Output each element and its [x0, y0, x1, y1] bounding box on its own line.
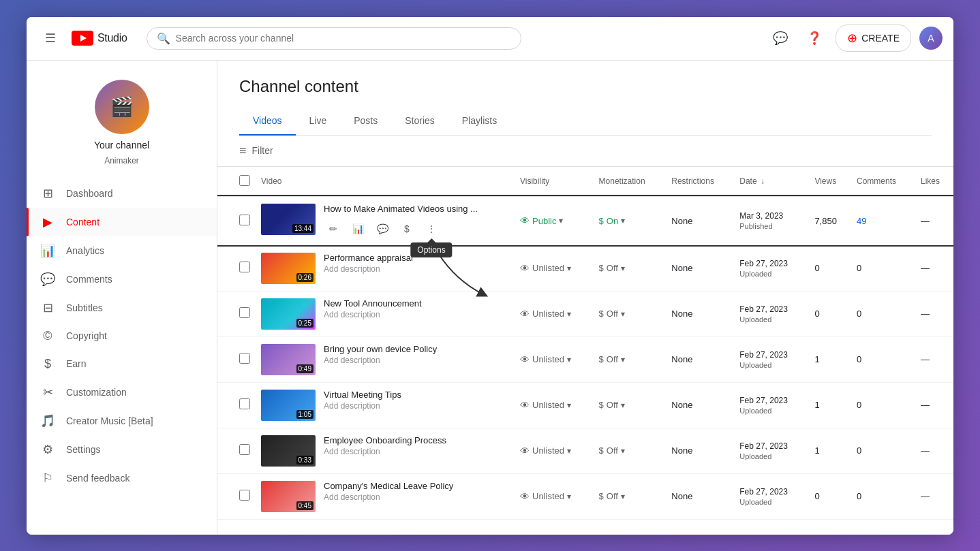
row-checkbox[interactable] — [239, 215, 250, 225]
visibility-label: Unlisted — [532, 354, 564, 364]
monetization-badge[interactable]: $ Off ▾ — [599, 263, 661, 273]
views-cell: 7,850 — [809, 196, 851, 245]
date-status: Uploaded — [739, 407, 803, 415]
visibility-badge[interactable]: 👁 Unlisted ▾ — [520, 309, 588, 319]
visibility-badge[interactable]: 👁 Unlisted ▾ — [520, 445, 588, 456]
video-thumbnail[interactable]: 0:33 — [261, 435, 316, 467]
menu-toggle-button[interactable]: ☰ — [37, 25, 63, 51]
likes-cell: — — [915, 382, 953, 428]
video-duration: 0:25 — [296, 319, 313, 328]
sidebar-item-content[interactable]: ▶ Content — [27, 208, 217, 236]
visibility-column-header: Visibility — [515, 167, 594, 197]
analytics-button[interactable]: 📊 — [348, 219, 367, 238]
date-value: Mar 3, 2023 — [739, 211, 803, 221]
restrictions-value: None — [671, 491, 692, 501]
sidebar-item-earn[interactable]: $ Earn — [27, 350, 217, 378]
channel-avatar[interactable]: 🎬 — [95, 80, 149, 134]
visibility-badge[interactable]: 👁 Unlisted ▾ — [520, 263, 588, 274]
row-checkbox[interactable] — [239, 398, 250, 409]
channel-sub-name: Animaker — [104, 156, 139, 166]
sidebar-item-copyright[interactable]: © Copyright — [27, 322, 217, 350]
visibility-badge[interactable]: 👁 Unlisted ▾ — [520, 354, 588, 365]
search-input[interactable] — [176, 33, 511, 44]
avatar[interactable]: A — [919, 27, 943, 50]
views-cell: 1 — [809, 428, 851, 473]
content-icon: ▶ — [40, 215, 55, 230]
video-thumbnail[interactable]: 0:45 — [261, 481, 316, 512]
restrictions-cell: None — [666, 382, 734, 428]
sidebar-item-comments[interactable]: 💬 Comments — [27, 265, 217, 294]
sidebar-item-label: Copyright — [66, 330, 107, 341]
likes-value: — — [921, 445, 930, 456]
sidebar-item-feedback[interactable]: ⚐ Send feedback — [27, 464, 217, 492]
video-thumbnail[interactable]: 0:26 — [261, 253, 316, 284]
date-cell: Feb 27, 2023 Uploaded — [734, 291, 809, 336]
comments-button[interactable]: 💬 — [373, 219, 392, 238]
visibility-badge[interactable]: 👁 Public ▾ — [520, 215, 588, 226]
monetization-cell: $ Off ▾ — [594, 428, 667, 473]
tab-posts[interactable]: Posts — [340, 107, 391, 136]
date-info: Feb 27, 2023 Uploaded — [739, 396, 803, 415]
video-duration: 1:05 — [296, 410, 313, 419]
sidebar-item-subtitles[interactable]: ⊟ Subtitles — [27, 294, 217, 322]
video-info: Virtual Meeting Tips Add description — [324, 390, 401, 411]
row-checkbox[interactable] — [239, 353, 250, 364]
row-checkbox[interactable] — [239, 444, 250, 455]
monetization-dropdown-icon: ▾ — [621, 309, 625, 319]
restrictions-cell: None — [666, 291, 734, 336]
feedback-icon-button[interactable]: 💬 — [767, 25, 793, 51]
monetization-dollar-icon: $ — [599, 309, 604, 319]
comments-cell: 0 — [851, 382, 915, 428]
select-all-checkbox[interactable] — [239, 175, 250, 186]
visibility-icon: 👁 — [520, 215, 530, 226]
edit-button[interactable]: ✏ — [324, 219, 343, 238]
tab-live[interactable]: Live — [296, 107, 341, 136]
monetization-dropdown-icon: ▾ — [621, 446, 625, 456]
video-thumbnail[interactable]: 0:49 — [261, 344, 316, 375]
video-thumbnail[interactable]: 1:05 — [261, 390, 316, 421]
video-thumbnail[interactable]: 13:44 — [261, 204, 316, 235]
create-label: CREATE — [861, 33, 900, 44]
video-description: Add description — [324, 310, 422, 319]
monetization-badge[interactable]: $ Off ▾ — [599, 400, 661, 410]
video-thumbnail[interactable]: 0:25 — [261, 298, 316, 330]
monetization-badge[interactable]: $ Off ▾ — [599, 445, 661, 456]
row-checkbox[interactable] — [239, 262, 250, 272]
date-column-header[interactable]: Date ↓ — [734, 167, 809, 197]
create-button[interactable]: ⊕ CREATE — [836, 25, 911, 52]
sidebar-item-settings[interactable]: ⚙ Settings — [27, 435, 217, 464]
sidebar-item-dashboard[interactable]: ⊞ Dashboard — [27, 179, 217, 208]
content-tabs: Videos Live Posts Stories Playlists — [239, 107, 932, 136]
sidebar-item-analytics[interactable]: 📊 Analytics — [27, 236, 217, 265]
visibility-icon: 👁 — [520, 491, 530, 502]
visibility-dropdown-icon: ▾ — [567, 492, 571, 501]
options-button[interactable]: ⋮ — [422, 219, 441, 238]
row-checkbox[interactable] — [239, 307, 250, 318]
row-checkbox[interactable] — [239, 490, 250, 501]
tab-stories[interactable]: Stories — [391, 107, 448, 136]
search-bar[interactable]: 🔍 — [147, 27, 521, 50]
monetization-badge[interactable]: $ Off ▾ — [599, 309, 661, 319]
logo[interactable]: Studio — [72, 31, 127, 46]
visibility-badge[interactable]: 👁 Unlisted ▾ — [520, 491, 588, 502]
visibility-badge[interactable]: 👁 Unlisted ▾ — [520, 400, 588, 411]
sidebar-item-label: Send feedback — [66, 473, 129, 484]
help-icon-button[interactable]: ❓ — [801, 25, 827, 51]
monetization-button[interactable]: $ — [397, 219, 416, 238]
video-info: Company's Medical Leave Policy Add descr… — [324, 481, 453, 502]
monetization-badge[interactable]: $ On ▾ — [599, 216, 661, 226]
tab-playlists[interactable]: Playlists — [448, 107, 510, 136]
sidebar-item-label: Customization — [66, 387, 127, 398]
tab-videos[interactable]: Videos — [239, 107, 296, 136]
video-description: Add description — [324, 264, 413, 274]
visibility-label: Public — [532, 216, 556, 226]
sidebar-item-customization[interactable]: ✂ Customization — [27, 378, 217, 407]
visibility-label: Unlisted — [532, 400, 564, 410]
monetization-dropdown-icon: ▾ — [621, 492, 625, 501]
likes-cell: — — [915, 336, 953, 382]
monetization-badge[interactable]: $ Off ▾ — [599, 354, 661, 364]
monetization-badge[interactable]: $ Off ▾ — [599, 491, 661, 501]
comments-cell: 49 — [851, 196, 915, 245]
sidebar-item-creator-music[interactable]: 🎵 Creator Music [Beta] — [27, 407, 217, 435]
video-title: Company's Medical Leave Policy — [324, 481, 453, 491]
